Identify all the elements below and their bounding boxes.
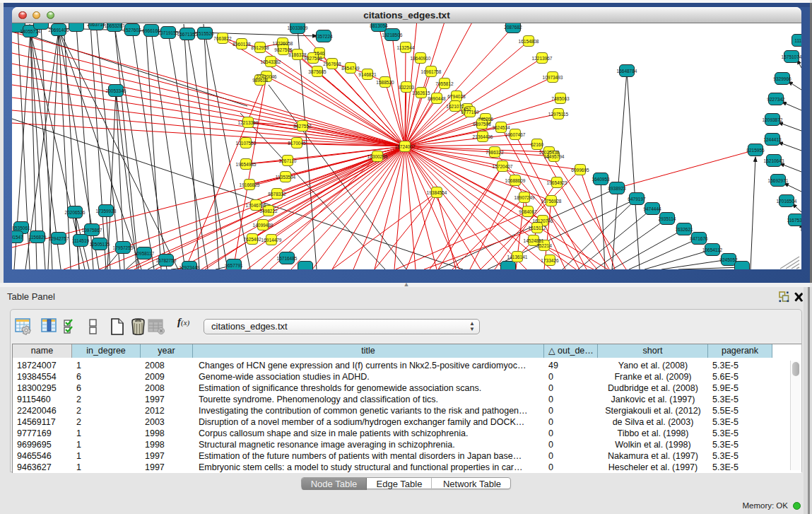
svg-text:7485063: 7485063 bbox=[551, 96, 570, 101]
svg-text:1527602: 1527602 bbox=[123, 28, 141, 33]
svg-text:2935114: 2935114 bbox=[659, 216, 676, 221]
svg-text:832203: 832203 bbox=[399, 85, 414, 90]
svg-text:16914479: 16914479 bbox=[261, 238, 282, 243]
svg-text:12213967: 12213967 bbox=[532, 56, 553, 61]
svg-text:19384554: 19384554 bbox=[427, 190, 447, 195]
svg-text:1640953: 1640953 bbox=[592, 177, 610, 182]
svg-text:7632621: 7632621 bbox=[675, 227, 693, 232]
svg-text:8535061: 8535061 bbox=[12, 226, 30, 230]
svg-text:7955812: 7955812 bbox=[435, 81, 454, 86]
svg-text:1156829: 1156829 bbox=[29, 235, 47, 240]
svg-text:1733426: 1733426 bbox=[541, 258, 559, 263]
svg-text:11353594: 11353594 bbox=[276, 175, 296, 180]
svg-text:3267110: 3267110 bbox=[279, 158, 297, 163]
svg-text:1621072: 1621072 bbox=[446, 104, 464, 109]
svg-text:9227342: 9227342 bbox=[767, 97, 785, 102]
svg-text:1114519: 1114519 bbox=[72, 238, 90, 243]
svg-text:1167533: 1167533 bbox=[787, 218, 801, 223]
svg-text:18724007: 18724007 bbox=[395, 144, 416, 149]
svg-text:7515526: 7515526 bbox=[196, 31, 214, 36]
svg-text:3875685: 3875685 bbox=[308, 69, 326, 74]
svg-text:16961758: 16961758 bbox=[421, 69, 442, 74]
svg-text:10719155: 10719155 bbox=[158, 30, 179, 35]
svg-text:10607467: 10607467 bbox=[505, 132, 526, 137]
svg-text:17016504: 17016504 bbox=[777, 199, 797, 204]
svg-text:21364436: 21364436 bbox=[473, 134, 493, 139]
svg-text:18640910: 18640910 bbox=[411, 56, 431, 61]
svg-text:8960128: 8960128 bbox=[233, 42, 251, 47]
svg-text:6479197: 6479197 bbox=[628, 197, 646, 201]
svg-text:1132544: 1132544 bbox=[397, 45, 415, 50]
svg-text:16154808: 16154808 bbox=[519, 39, 539, 44]
svg-text:9474444: 9474444 bbox=[643, 206, 661, 211]
svg-text:8215955: 8215955 bbox=[746, 148, 765, 153]
svg-text:10688609: 10688609 bbox=[505, 178, 526, 183]
svg-text:9245052: 9245052 bbox=[719, 257, 738, 262]
svg-text:9827508: 9827508 bbox=[304, 56, 322, 61]
svg-text:1362615: 1362615 bbox=[412, 90, 430, 95]
svg-text:8170045: 8170045 bbox=[288, 141, 306, 146]
svg-text:12093872: 12093872 bbox=[763, 117, 783, 122]
svg-text:62160: 62160 bbox=[531, 142, 543, 147]
svg-text:10756928: 10756928 bbox=[541, 199, 562, 204]
svg-text:17359928: 17359928 bbox=[96, 209, 117, 214]
svg-text:391547: 391547 bbox=[12, 235, 23, 240]
svg-text:1117: 1117 bbox=[794, 38, 801, 43]
svg-text:18907249: 18907249 bbox=[514, 195, 535, 200]
svg-text:12505135: 12505135 bbox=[90, 242, 110, 247]
svg-text:8938923: 8938923 bbox=[608, 186, 626, 191]
svg-text:8471676: 8471676 bbox=[690, 236, 708, 241]
svg-text:7663822: 7663822 bbox=[213, 36, 232, 41]
svg-text:12213369: 12213369 bbox=[238, 120, 259, 125]
svg-text:10975867: 10975867 bbox=[82, 228, 102, 233]
svg-text:10958117: 10958117 bbox=[134, 251, 155, 256]
svg-text:16543382: 16543382 bbox=[261, 59, 281, 64]
svg-text:746266: 746266 bbox=[478, 117, 493, 122]
svg-text:7986322: 7986322 bbox=[486, 150, 504, 155]
svg-text:16120746: 16120746 bbox=[533, 218, 553, 223]
svg-text:8454749: 8454749 bbox=[341, 66, 360, 71]
svg-text:20691406: 20691406 bbox=[49, 28, 69, 33]
svg-text:16495794: 16495794 bbox=[544, 154, 565, 159]
svg-text:989618: 989618 bbox=[252, 78, 268, 83]
svg-text:7625402: 7625402 bbox=[243, 237, 261, 242]
svg-text:10107553: 10107553 bbox=[236, 141, 257, 146]
svg-text:19166825: 19166825 bbox=[240, 182, 260, 187]
svg-text:2087682: 2087682 bbox=[504, 25, 522, 30]
svg-text:10973493: 10973493 bbox=[543, 75, 563, 80]
svg-text:10653287: 10653287 bbox=[105, 23, 125, 28]
svg-text:19654985: 19654985 bbox=[236, 162, 257, 167]
svg-text:18300295: 18300295 bbox=[367, 154, 388, 159]
svg-text:12942757: 12942757 bbox=[49, 236, 69, 241]
svg-text:2063714: 2063714 bbox=[87, 23, 105, 27]
svg-text:6897508: 6897508 bbox=[473, 122, 491, 127]
svg-text:8427552: 8427552 bbox=[293, 124, 312, 129]
svg-text:19654923: 19654923 bbox=[547, 180, 567, 185]
svg-text:1546: 1546 bbox=[314, 51, 325, 56]
svg-text:3624534: 3624534 bbox=[492, 125, 510, 130]
svg-text:17957255: 17957255 bbox=[113, 245, 134, 250]
svg-text:14099489: 14099489 bbox=[253, 223, 273, 228]
svg-text:8813054: 8813054 bbox=[370, 23, 388, 28]
svg-text:252214: 252214 bbox=[536, 243, 552, 248]
svg-text:1588520: 1588520 bbox=[376, 80, 394, 85]
svg-text:19218506: 19218506 bbox=[382, 33, 403, 37]
svg-text:2967608: 2967608 bbox=[323, 62, 341, 66]
svg-text:16033809: 16033809 bbox=[288, 25, 308, 30]
svg-text:14524851: 14524851 bbox=[524, 238, 544, 243]
svg-text:16671355: 16671355 bbox=[177, 32, 198, 37]
svg-text:15716485: 15716485 bbox=[277, 256, 298, 261]
svg-text:9657791: 9657791 bbox=[225, 263, 243, 268]
svg-text:9084067: 9084067 bbox=[519, 209, 537, 214]
svg-text:12923448: 12923448 bbox=[180, 265, 200, 270]
svg-text:3498222: 3498222 bbox=[259, 209, 278, 214]
svg-text:13226058: 13226058 bbox=[273, 41, 293, 46]
svg-text:9329966: 9329966 bbox=[773, 76, 792, 81]
svg-text:20206526: 20206526 bbox=[65, 210, 86, 215]
svg-text:17046786: 17046786 bbox=[246, 203, 266, 208]
svg-text:8990448: 8990448 bbox=[428, 96, 446, 101]
svg-text:8578332: 8578332 bbox=[268, 192, 286, 197]
svg-text:8912958: 8912958 bbox=[251, 45, 269, 50]
svg-text:16648784: 16648784 bbox=[617, 69, 637, 74]
svg-text:12975115: 12975115 bbox=[548, 112, 569, 117]
